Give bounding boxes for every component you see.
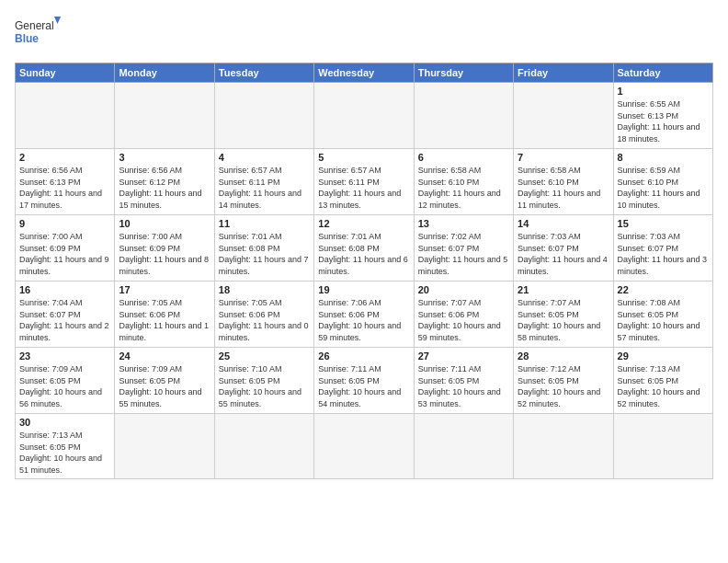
day-info: Sunrise: 7:07 AMSunset: 6:06 PMDaylight:… [418, 298, 501, 342]
day-info: Sunrise: 7:03 AMSunset: 6:07 PMDaylight:… [618, 232, 708, 276]
calendar-cell [214, 414, 313, 479]
day-number: 17 [119, 284, 210, 295]
logo-svg: General Blue [15, 15, 61, 53]
calendar-cell: 29 Sunrise: 7:13 AMSunset: 6:05 PMDaylig… [613, 348, 712, 414]
weekday-header-wednesday: Wednesday [314, 63, 414, 83]
calendar-week-2: 2 Sunrise: 6:56 AMSunset: 6:13 PMDayligh… [16, 149, 713, 215]
weekday-header-sunday: Sunday [16, 63, 115, 83]
calendar-cell: 18 Sunrise: 7:05 AMSunset: 6:06 PMDaylig… [214, 282, 313, 348]
calendar-week-4: 16 Sunrise: 7:04 AMSunset: 6:07 PMDaylig… [16, 282, 713, 348]
day-number: 23 [19, 350, 110, 362]
day-number: 7 [518, 152, 609, 163]
day-number: 28 [518, 350, 609, 362]
day-number: 13 [418, 218, 509, 229]
calendar-cell: 16 Sunrise: 7:04 AMSunset: 6:07 PMDaylig… [16, 282, 115, 348]
day-info: Sunrise: 7:01 AMSunset: 6:08 PMDaylight:… [318, 232, 408, 276]
calendar-cell [115, 83, 214, 149]
day-info: Sunrise: 7:12 AMSunset: 6:05 PMDaylight:… [518, 364, 600, 408]
calendar-week-1: 1 Sunrise: 6:55 AMSunset: 6:13 PMDayligh… [16, 83, 713, 149]
calendar-cell: 4 Sunrise: 6:57 AMSunset: 6:11 PMDayligh… [214, 149, 313, 215]
day-info: Sunrise: 7:13 AMSunset: 6:05 PMDaylight:… [618, 364, 700, 408]
day-info: Sunrise: 7:11 AMSunset: 6:05 PMDaylight:… [418, 364, 501, 408]
day-number: 6 [418, 152, 509, 163]
logo: General Blue [15, 15, 61, 53]
day-info: Sunrise: 6:55 AMSunset: 6:13 PMDaylight:… [618, 99, 700, 144]
day-info: Sunrise: 6:57 AMSunset: 6:11 PMDaylight:… [219, 166, 301, 210]
day-number: 18 [219, 284, 310, 295]
day-info: Sunrise: 7:06 AMSunset: 6:06 PMDaylight:… [318, 298, 401, 342]
calendar-cell: 15 Sunrise: 7:03 AMSunset: 6:07 PMDaylig… [613, 215, 712, 282]
calendar-cell: 13 Sunrise: 7:02 AMSunset: 6:07 PMDaylig… [414, 215, 513, 282]
day-number: 12 [318, 218, 409, 229]
day-number: 25 [219, 350, 310, 362]
day-number: 21 [518, 284, 609, 295]
calendar-cell [414, 414, 513, 479]
calendar-cell: 25 Sunrise: 7:10 AMSunset: 6:05 PMDaylig… [214, 348, 313, 414]
calendar-cell: 14 Sunrise: 7:03 AMSunset: 6:07 PMDaylig… [514, 215, 613, 282]
day-number: 10 [119, 218, 210, 229]
day-info: Sunrise: 7:11 AMSunset: 6:05 PMDaylight:… [318, 364, 401, 408]
calendar-cell: 11 Sunrise: 7:01 AMSunset: 6:08 PMDaylig… [214, 215, 313, 282]
calendar-week-3: 9 Sunrise: 7:00 AMSunset: 6:09 PMDayligh… [16, 215, 713, 282]
day-info: Sunrise: 6:56 AMSunset: 6:13 PMDaylight:… [19, 166, 102, 210]
day-number: 20 [418, 284, 509, 295]
day-info: Sunrise: 7:01 AMSunset: 6:08 PMDaylight:… [219, 232, 309, 276]
day-info: Sunrise: 7:07 AMSunset: 6:05 PMDaylight:… [518, 298, 600, 342]
calendar-cell: 20 Sunrise: 7:07 AMSunset: 6:06 PMDaylig… [414, 282, 513, 348]
calendar-cell [314, 414, 414, 479]
weekday-header-friday: Friday [514, 63, 613, 83]
weekday-header-monday: Monday [115, 63, 214, 83]
day-number: 27 [418, 350, 509, 362]
day-info: Sunrise: 6:58 AMSunset: 6:10 PMDaylight:… [518, 166, 600, 210]
calendar-cell: 30 Sunrise: 7:13 AMSunset: 6:05 PMDaylig… [16, 414, 115, 479]
calendar-cell: 2 Sunrise: 6:56 AMSunset: 6:13 PMDayligh… [16, 149, 115, 215]
calendar-cell: 23 Sunrise: 7:09 AMSunset: 6:05 PMDaylig… [16, 348, 115, 414]
day-number: 24 [119, 350, 210, 362]
day-number: 9 [19, 218, 110, 229]
calendar-cell: 28 Sunrise: 7:12 AMSunset: 6:05 PMDaylig… [514, 348, 613, 414]
day-info: Sunrise: 7:00 AMSunset: 6:09 PMDaylight:… [119, 232, 209, 276]
calendar-cell: 22 Sunrise: 7:08 AMSunset: 6:05 PMDaylig… [613, 282, 712, 348]
day-number: 11 [219, 218, 310, 229]
calendar-cell: 1 Sunrise: 6:55 AMSunset: 6:13 PMDayligh… [613, 83, 712, 149]
calendar-cell: 12 Sunrise: 7:01 AMSunset: 6:08 PMDaylig… [314, 215, 414, 282]
calendar-cell: 27 Sunrise: 7:11 AMSunset: 6:05 PMDaylig… [414, 348, 513, 414]
calendar-cell: 10 Sunrise: 7:00 AMSunset: 6:09 PMDaylig… [115, 215, 214, 282]
weekday-header-thursday: Thursday [414, 63, 513, 83]
calendar-cell: 5 Sunrise: 6:57 AMSunset: 6:11 PMDayligh… [314, 149, 414, 215]
calendar-cell: 19 Sunrise: 7:06 AMSunset: 6:06 PMDaylig… [314, 282, 414, 348]
calendar-cell [414, 83, 513, 149]
calendar-cell [16, 83, 115, 149]
day-number: 1 [618, 86, 709, 97]
day-number: 2 [19, 152, 110, 163]
page-header: General Blue [15, 15, 713, 53]
day-info: Sunrise: 6:58 AMSunset: 6:10 PMDaylight:… [418, 166, 501, 210]
day-number: 15 [618, 218, 709, 229]
calendar-cell: 7 Sunrise: 6:58 AMSunset: 6:10 PMDayligh… [514, 149, 613, 215]
calendar-week-5: 23 Sunrise: 7:09 AMSunset: 6:05 PMDaylig… [16, 348, 713, 414]
day-number: 26 [318, 350, 409, 362]
calendar-cell: 3 Sunrise: 6:56 AMSunset: 6:12 PMDayligh… [115, 149, 214, 215]
calendar-cell [613, 414, 712, 479]
day-number: 22 [618, 284, 709, 295]
weekday-header-saturday: Saturday [613, 63, 712, 83]
day-info: Sunrise: 6:59 AMSunset: 6:10 PMDaylight:… [618, 166, 700, 210]
day-number: 3 [119, 152, 210, 163]
calendar-cell: 26 Sunrise: 7:11 AMSunset: 6:05 PMDaylig… [314, 348, 414, 414]
svg-text:Blue: Blue [15, 32, 39, 45]
day-info: Sunrise: 6:57 AMSunset: 6:11 PMDaylight:… [318, 166, 401, 210]
calendar-cell: 24 Sunrise: 7:09 AMSunset: 6:05 PMDaylig… [115, 348, 214, 414]
calendar-cell [514, 83, 613, 149]
calendar-cell: 21 Sunrise: 7:07 AMSunset: 6:05 PMDaylig… [514, 282, 613, 348]
calendar-cell: 6 Sunrise: 6:58 AMSunset: 6:10 PMDayligh… [414, 149, 513, 215]
calendar-cell [314, 83, 414, 149]
day-info: Sunrise: 7:04 AMSunset: 6:07 PMDaylight:… [19, 298, 109, 342]
day-number: 30 [19, 417, 110, 428]
calendar-cell: 17 Sunrise: 7:05 AMSunset: 6:06 PMDaylig… [115, 282, 214, 348]
svg-text:General: General [15, 19, 54, 32]
day-number: 8 [618, 152, 709, 163]
calendar-cell [214, 83, 313, 149]
weekday-header-row: SundayMondayTuesdayWednesdayThursdayFrid… [16, 63, 713, 83]
day-number: 19 [318, 284, 409, 295]
calendar-table: SundayMondayTuesdayWednesdayThursdayFrid… [15, 63, 713, 479]
